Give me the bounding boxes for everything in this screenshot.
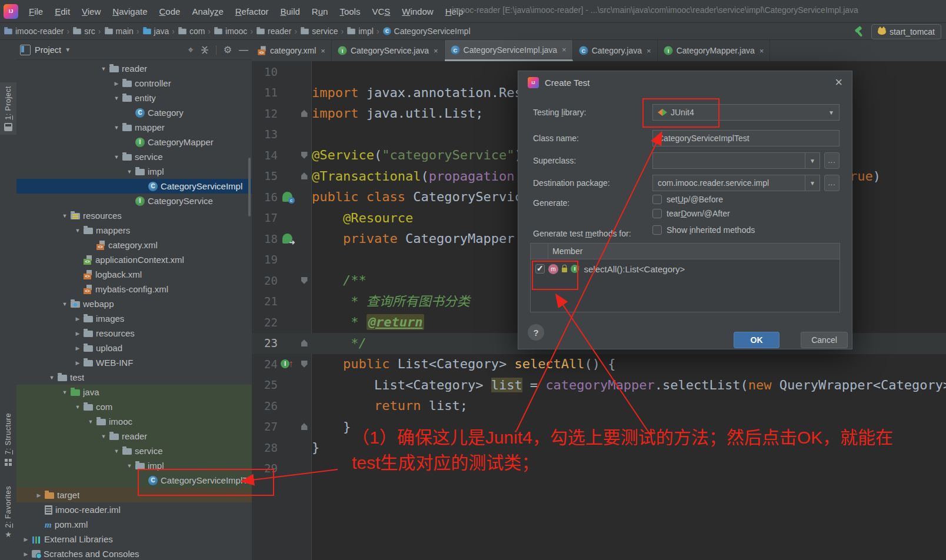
line-number[interactable]: 18 — [252, 232, 278, 245]
line-number[interactable]: 25 — [252, 378, 278, 391]
chevron-down-icon[interactable]: ▼ — [65, 46, 71, 53]
tree-item-impl[interactable]: ▼impl — [16, 164, 252, 179]
tree-item-CategoryServiceImpl[interactable]: CCategoryServiceImpl — [16, 179, 252, 194]
menu-navigate[interactable]: Navigate — [106, 6, 153, 16]
tree-item-resources[interactable]: ▼resources — [16, 208, 252, 223]
line-number[interactable]: 17 — [252, 211, 278, 224]
expanded-arrow-icon[interactable]: ▼ — [59, 301, 71, 307]
tree-item-test[interactable]: ▼test — [16, 370, 252, 385]
collapsed-arrow-icon[interactable]: ▶ — [72, 360, 84, 366]
gear-icon[interactable]: ⚙ — [224, 44, 232, 55]
line-number[interactable]: 24 — [252, 358, 278, 371]
menu-vcs[interactable]: VCS — [366, 6, 396, 16]
build-hammer-icon[interactable] — [854, 26, 864, 37]
tab-category.xml[interactable]: category.xml× — [252, 40, 332, 61]
breadcrumb-item-imooc-reader[interactable]: imooc-reader — [4, 26, 64, 36]
tree-item-service[interactable]: ▼service — [16, 149, 252, 164]
menu-run[interactable]: Run — [306, 6, 334, 16]
tree-item-pom.xml[interactable]: mpom.xml — [16, 517, 252, 532]
breadcrumb-item-service[interactable]: service — [300, 26, 338, 36]
tree-item-reader[interactable]: ▼reader — [16, 429, 252, 444]
tree-item-imooc[interactable]: ▼imooc — [16, 414, 252, 429]
destination-package-browse-button[interactable]: ... — [824, 175, 840, 191]
collapsed-arrow-icon[interactable]: ▶ — [20, 551, 32, 557]
tree-scrollbar[interactable] — [248, 158, 251, 216]
expanded-arrow-icon[interactable]: ▼ — [85, 419, 96, 425]
ok-button[interactable]: OK — [734, 332, 780, 348]
fold-marker-icon[interactable] — [301, 172, 308, 179]
locate-icon[interactable]: ⌖ — [188, 45, 194, 55]
line-number[interactable]: 10 — [252, 65, 278, 78]
breadcrumb-item-com[interactable]: com — [178, 26, 205, 36]
spring-autowired-icon[interactable]: ➜ — [282, 234, 292, 244]
collapsed-arrow-icon[interactable]: ▶ — [111, 81, 122, 86]
menu-edit[interactable]: Edit — [49, 6, 76, 16]
tree-item-category.xml[interactable]: category.xml — [16, 238, 252, 252]
expanded-arrow-icon[interactable]: ▼ — [98, 66, 109, 72]
teardown-checkbox-row[interactable]: tearDown/@After — [652, 209, 730, 218]
menu-code[interactable]: Code — [154, 6, 186, 16]
tab-CategoryService.java[interactable]: ICategoryService.java× — [332, 40, 445, 61]
menu-analyze[interactable]: Analyze — [186, 6, 229, 16]
tree-item-Category[interactable]: CCategory — [16, 105, 252, 120]
tree-item-com[interactable]: ▼com — [16, 399, 252, 414]
breadcrumb-item-CategoryServiceImpl[interactable]: CCategoryServiceImpl — [382, 26, 471, 36]
breadcrumb-item-main[interactable]: main — [104, 26, 134, 36]
close-tab-icon[interactable]: × — [434, 46, 438, 55]
line-number[interactable]: 14 — [252, 149, 278, 162]
tree-item-java[interactable]: ▼java — [16, 385, 252, 399]
menu-file[interactable]: File — [23, 6, 49, 16]
line-number[interactable]: 26 — [252, 399, 278, 412]
line-number[interactable]: 13 — [252, 128, 278, 141]
tree-item-webapp[interactable]: ▼webapp — [16, 296, 252, 311]
fold-marker-icon[interactable] — [301, 339, 308, 346]
collapsed-arrow-icon[interactable]: ▶ — [72, 331, 84, 336]
teardown-checkbox[interactable] — [652, 209, 662, 218]
tree-item-imooc-reader.iml[interactable]: imooc-reader.iml — [16, 502, 252, 517]
tree-item-resources[interactable]: ▶resources — [16, 326, 252, 341]
line-number[interactable]: 12 — [252, 107, 278, 120]
line-number[interactable]: 16 — [252, 191, 278, 204]
expanded-arrow-icon[interactable]: ▼ — [59, 389, 71, 395]
tab-CategoryMapper.java[interactable]: ICategoryMapper.java× — [658, 40, 771, 61]
expanded-arrow-icon[interactable]: ▼ — [72, 404, 84, 410]
tab-CategoryServiceImpl.java[interactable]: CCategoryServiceImpl.java× — [445, 40, 573, 61]
menu-window[interactable]: Window — [396, 6, 439, 16]
help-button[interactable]: ? — [528, 324, 544, 341]
tree-item-reader[interactable]: ▼reader — [16, 61, 252, 76]
chevron-down-icon[interactable]: ▼ — [805, 175, 820, 191]
destination-package-combobox[interactable]: com.imooc.reader.service.impl ▼ — [652, 175, 820, 191]
close-tab-icon[interactable]: × — [562, 45, 567, 54]
chevron-down-icon[interactable]: ▼ — [805, 153, 820, 168]
expanded-arrow-icon[interactable]: ▼ — [124, 169, 135, 175]
close-tab-icon[interactable]: × — [321, 46, 325, 55]
expanded-arrow-icon[interactable]: ▼ — [111, 154, 122, 160]
expanded-arrow-icon[interactable]: ▼ — [124, 463, 135, 469]
fold-marker-icon[interactable] — [301, 277, 308, 284]
collapsed-arrow-icon[interactable]: ▶ — [72, 345, 84, 351]
tool-window-button-project[interactable]: 1: Project — [0, 82, 16, 135]
tree-item-entity[interactable]: ▼entity — [16, 91, 252, 105]
tree-item-External Libraries[interactable]: ▶External Libraries — [16, 532, 252, 546]
tree-item-applicationContext.xml[interactable]: applicationContext.xml — [16, 252, 252, 267]
menu-view[interactable]: View — [76, 6, 106, 16]
collapsed-arrow-icon[interactable]: ▶ — [33, 492, 45, 498]
breadcrumb-item-imooc[interactable]: imooc — [214, 26, 247, 36]
menu-refactor[interactable]: Refactor — [229, 6, 275, 16]
expanded-arrow-icon[interactable]: ▼ — [59, 213, 71, 219]
tool-window-button-favorites[interactable]: 2: Favorites★ — [0, 482, 16, 542]
tree-item-logback.xml[interactable]: logback.xml — [16, 267, 252, 282]
line-number[interactable]: 20 — [252, 274, 278, 287]
fold-marker-icon[interactable] — [301, 423, 308, 430]
line-number[interactable]: 22 — [252, 316, 278, 329]
tab-Category.java[interactable]: CCategory.java× — [573, 40, 658, 61]
close-tab-icon[interactable]: × — [760, 46, 764, 55]
collapsed-arrow-icon[interactable]: ▶ — [72, 316, 84, 322]
cancel-button[interactable]: Cancel — [801, 332, 848, 348]
collapsed-arrow-icon[interactable]: ▶ — [20, 536, 32, 542]
expanded-arrow-icon[interactable]: ▼ — [46, 375, 58, 381]
breadcrumb-item-impl[interactable]: impl — [347, 26, 374, 36]
close-icon[interactable]: × — [835, 76, 842, 89]
tree-item-mybatis-config.xml[interactable]: mybatis-config.xml — [16, 282, 252, 296]
tree-item-mappers[interactable]: ▼mappers — [16, 223, 252, 238]
